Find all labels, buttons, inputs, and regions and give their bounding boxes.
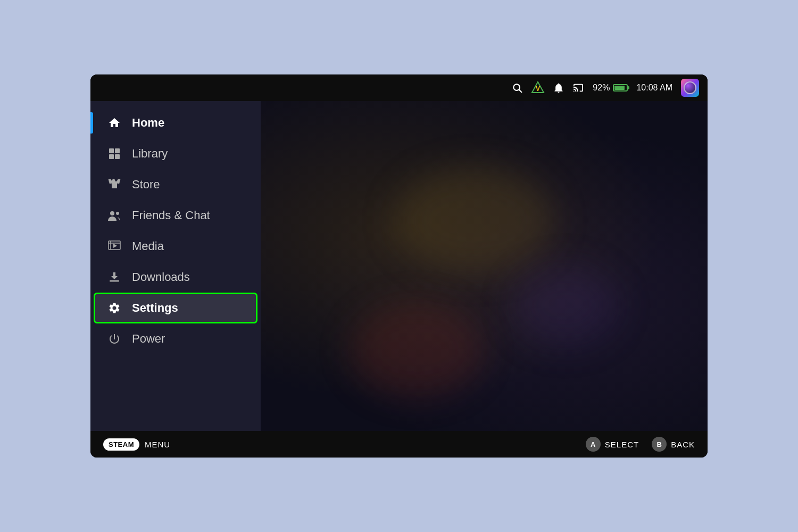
settings-label: Settings bbox=[132, 301, 178, 315]
sidebar-item-power[interactable]: Power bbox=[95, 325, 256, 353]
search-icon[interactable] bbox=[512, 82, 522, 93]
sidebar-item-downloads[interactable]: Downloads bbox=[95, 263, 256, 292]
device-frame: V 92% 10:08 AM bbox=[90, 74, 708, 458]
select-label: SELECT bbox=[605, 440, 639, 449]
svg-rect-4 bbox=[109, 148, 114, 153]
media-icon bbox=[107, 239, 121, 253]
svg-rect-7 bbox=[115, 154, 120, 159]
library-icon bbox=[107, 147, 121, 161]
store-icon bbox=[107, 178, 121, 192]
downloads-icon bbox=[107, 270, 121, 284]
home-icon bbox=[107, 116, 121, 130]
svg-marker-11 bbox=[113, 244, 117, 248]
background-blur bbox=[261, 101, 708, 431]
sidebar: Home Library bbox=[90, 101, 261, 431]
sidebar-item-home[interactable]: Home bbox=[95, 109, 256, 137]
back-label: BACK bbox=[671, 440, 695, 449]
friends-label: Friends & Chat bbox=[132, 209, 210, 222]
store-label: Store bbox=[132, 178, 160, 192]
back-action[interactable]: B BACK bbox=[652, 437, 695, 452]
downloads-label: Downloads bbox=[132, 270, 190, 284]
power-icon bbox=[107, 332, 121, 346]
settings-icon bbox=[107, 301, 121, 315]
avatar[interactable] bbox=[681, 79, 699, 97]
friends-icon bbox=[107, 209, 121, 222]
main-content: Home Library bbox=[90, 101, 708, 431]
a-button[interactable]: A bbox=[586, 437, 601, 452]
battery-icon bbox=[613, 84, 628, 92]
action-buttons: A SELECT B BACK bbox=[586, 437, 695, 452]
content-area bbox=[261, 101, 708, 431]
sidebar-item-store[interactable]: Store bbox=[95, 170, 256, 199]
svg-line-1 bbox=[519, 90, 522, 93]
steam-menu[interactable]: STEAM MENU bbox=[103, 438, 170, 451]
b-button[interactable]: B bbox=[652, 437, 667, 452]
svg-rect-6 bbox=[109, 154, 114, 159]
svg-point-9 bbox=[116, 212, 119, 215]
bottom-bar: STEAM MENU A SELECT B BACK bbox=[90, 431, 708, 458]
select-action[interactable]: A SELECT bbox=[586, 437, 639, 452]
status-time: 10:08 AM bbox=[636, 83, 672, 93]
cast-icon[interactable] bbox=[572, 83, 584, 93]
home-label: Home bbox=[132, 116, 164, 130]
steam-badge[interactable]: STEAM bbox=[103, 438, 139, 451]
menu-label: MENU bbox=[145, 440, 170, 449]
battery-percent: 92% bbox=[593, 83, 610, 93]
svg-rect-12 bbox=[110, 280, 119, 282]
sidebar-item-library[interactable]: Library bbox=[95, 139, 256, 168]
sidebar-item-friends[interactable]: Friends & Chat bbox=[95, 201, 256, 230]
library-label: Library bbox=[132, 147, 168, 161]
svg-rect-5 bbox=[115, 148, 120, 153]
media-label: Media bbox=[132, 239, 164, 253]
sidebar-item-media[interactable]: Media bbox=[95, 232, 256, 261]
svg-text:V: V bbox=[536, 85, 540, 93]
gta-logo-icon: V bbox=[531, 81, 545, 95]
battery-status: 92% bbox=[593, 83, 628, 93]
status-bar: V 92% 10:08 AM bbox=[90, 74, 708, 101]
power-label: Power bbox=[132, 332, 165, 346]
svg-point-8 bbox=[110, 211, 114, 215]
sidebar-item-settings[interactable]: Settings bbox=[95, 294, 256, 322]
notification-icon[interactable] bbox=[553, 82, 564, 93]
